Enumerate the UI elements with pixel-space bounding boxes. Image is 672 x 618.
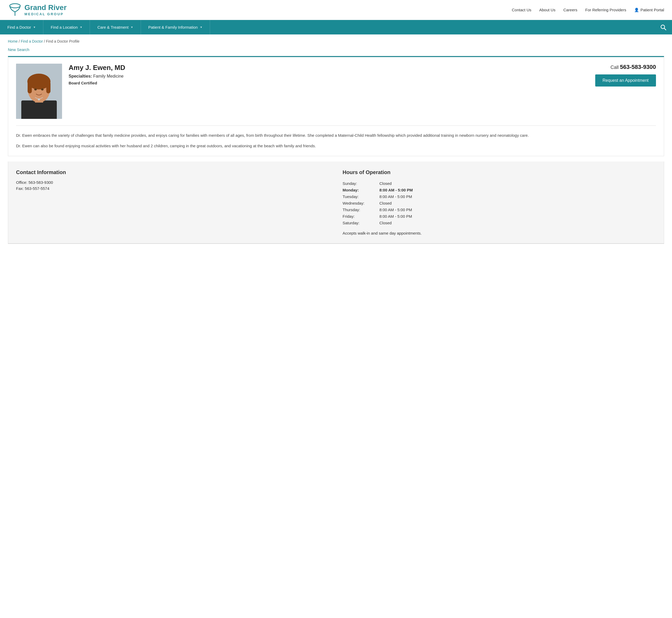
nav-care-treatment[interactable]: Care & Treatment ▼ bbox=[90, 20, 141, 34]
profile-top: Amy J. Ewen, MD Specialties: Family Medi… bbox=[16, 64, 656, 119]
chevron-down-icon: ▼ bbox=[80, 26, 83, 29]
profile-divider bbox=[16, 125, 656, 126]
svg-rect-10 bbox=[46, 82, 50, 93]
careers-link[interactable]: Careers bbox=[563, 8, 577, 12]
doctor-contact: Call 563-583-9300 Request an Appointment bbox=[595, 64, 656, 87]
request-appointment-button[interactable]: Request an Appointment bbox=[595, 75, 656, 87]
hours-row: Saturday:Closed bbox=[343, 220, 656, 226]
doctor-specialty: Specialties: Family Medicine bbox=[69, 74, 589, 79]
doctor-name: Amy J. Ewen, MD bbox=[69, 64, 589, 72]
fax-number: Fax: 563-557-5574 bbox=[16, 186, 329, 191]
office-phone: Office: 563-583-9300 bbox=[16, 180, 329, 185]
hours-title: Hours of Operation bbox=[343, 169, 656, 176]
logo-text-line2: MEDICAL GROUP bbox=[24, 12, 67, 16]
contact-hours-section: Contact Information Office: 563-583-9300… bbox=[8, 162, 664, 243]
svg-rect-5 bbox=[21, 100, 57, 119]
hours-value: 8:00 AM - 5:00 PM bbox=[379, 187, 656, 193]
doctor-info: Amy J. Ewen, MD Specialties: Family Medi… bbox=[69, 64, 589, 85]
logo-text-line1: Grand River bbox=[24, 4, 67, 12]
chevron-down-icon: ▼ bbox=[200, 26, 203, 29]
hours-value: 8:00 AM - 5:00 PM bbox=[379, 193, 656, 200]
doctor-bio: Dr. Ewen embraces the variety of challen… bbox=[16, 132, 656, 149]
logo-icon bbox=[8, 3, 22, 17]
call-number: Call 563-583-9300 bbox=[610, 64, 656, 71]
search-button[interactable] bbox=[655, 20, 672, 34]
hours-value: 8:00 AM - 5:00 PM bbox=[379, 213, 656, 220]
chevron-down-icon: ▼ bbox=[33, 26, 36, 29]
svg-rect-9 bbox=[28, 82, 32, 93]
hours-day: Wednesday: bbox=[343, 200, 379, 206]
contact-info-title: Contact Information bbox=[16, 169, 329, 176]
contact-info-col: Contact Information Office: 563-583-9300… bbox=[16, 169, 329, 235]
hours-row: Sunday:Closed bbox=[343, 180, 656, 187]
new-search-link[interactable]: New Search bbox=[8, 47, 29, 52]
header-nav: Contact Us About Us Careers For Referrin… bbox=[512, 8, 664, 12]
main-nav-bar: Find a Doctor ▼ Find a Location ▼ Care &… bbox=[0, 20, 672, 34]
breadcrumb-find-doctor[interactable]: Find a Doctor bbox=[21, 39, 43, 43]
svg-line-3 bbox=[664, 28, 666, 30]
svg-point-0 bbox=[10, 4, 20, 8]
bottom-divider bbox=[8, 243, 664, 244]
patient-portal-link[interactable]: 👤 Patient Portal bbox=[634, 8, 664, 12]
hours-day: Tuesday: bbox=[343, 193, 379, 200]
hours-row: Friday:8:00 AM - 5:00 PM bbox=[343, 213, 656, 220]
hours-value: 8:00 AM - 5:00 PM bbox=[379, 206, 656, 213]
nav-find-location[interactable]: Find a Location ▼ bbox=[43, 20, 90, 34]
hours-day: Monday: bbox=[343, 187, 379, 193]
hours-table: Sunday:ClosedMonday:8:00 AM - 5:00 PMTue… bbox=[343, 180, 656, 226]
hours-row: Thursday:8:00 AM - 5:00 PM bbox=[343, 206, 656, 213]
breadcrumb: Home / Find a Doctor / Find a Doctor Pro… bbox=[0, 34, 672, 46]
doctor-profile-card: Amy J. Ewen, MD Specialties: Family Medi… bbox=[8, 56, 664, 156]
breadcrumb-current: Find a Doctor Profile bbox=[46, 39, 80, 43]
hours-col: Hours of Operation Sunday:ClosedMonday:8… bbox=[343, 169, 656, 235]
doctor-certified: Board Certified bbox=[69, 81, 589, 85]
nav-find-doctor[interactable]: Find a Doctor ▼ bbox=[0, 20, 43, 34]
svg-point-12 bbox=[41, 88, 44, 91]
nav-patient-family[interactable]: Patient & Family Information ▼ bbox=[141, 20, 210, 34]
search-icon bbox=[660, 24, 666, 30]
hours-value: Closed bbox=[379, 220, 656, 226]
hours-value: Closed bbox=[379, 200, 656, 206]
hours-row: Monday:8:00 AM - 5:00 PM bbox=[343, 187, 656, 193]
info-grid: Contact Information Office: 563-583-9300… bbox=[16, 169, 656, 235]
bio-paragraph-2: Dr. Ewen can also be found enjoying musi… bbox=[16, 143, 656, 149]
site-header: Grand River MEDICAL GROUP Contact Us Abo… bbox=[0, 0, 672, 20]
bio-paragraph-1: Dr. Ewen embraces the variety of challen… bbox=[16, 132, 656, 139]
hours-row: Wednesday:Closed bbox=[343, 200, 656, 206]
hours-day: Friday: bbox=[343, 213, 379, 220]
user-icon: 👤 bbox=[634, 8, 639, 12]
hours-day: Saturday: bbox=[343, 220, 379, 226]
doctor-photo bbox=[16, 64, 62, 119]
contact-us-link[interactable]: Contact Us bbox=[512, 8, 531, 12]
referring-providers-link[interactable]: For Referring Providers bbox=[585, 8, 626, 12]
new-search-area: New Search bbox=[0, 46, 672, 56]
hours-day: Thursday: bbox=[343, 206, 379, 213]
logo[interactable]: Grand River MEDICAL GROUP bbox=[8, 3, 67, 17]
hours-row: Tuesday:8:00 AM - 5:00 PM bbox=[343, 193, 656, 200]
hours-value: Closed bbox=[379, 180, 656, 187]
chevron-down-icon: ▼ bbox=[131, 26, 133, 29]
about-us-link[interactable]: About Us bbox=[539, 8, 556, 12]
svg-point-11 bbox=[34, 88, 37, 91]
walk-in-note: Accepts walk-in and same day appointment… bbox=[343, 231, 656, 235]
hours-day: Sunday: bbox=[343, 180, 379, 187]
breadcrumb-home[interactable]: Home bbox=[8, 39, 18, 43]
